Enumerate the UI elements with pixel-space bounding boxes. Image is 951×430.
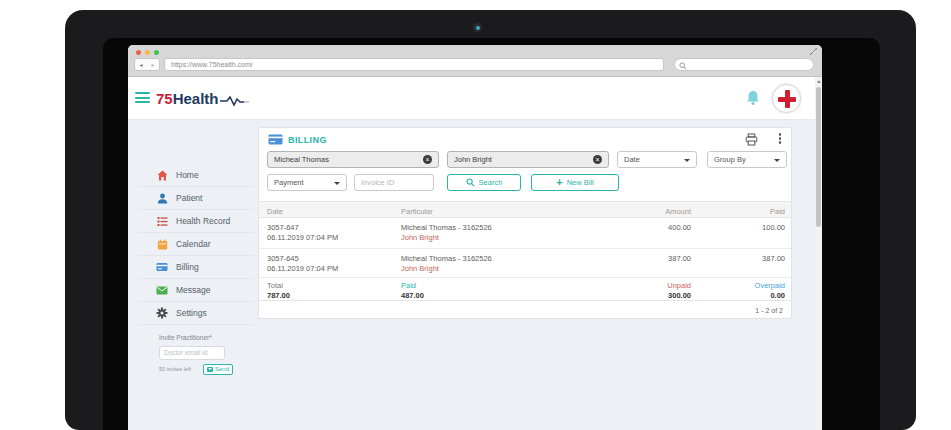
billing-panel-header: BILLING — [259, 128, 791, 151]
monitor-frame: ◂ ▸ https://www.75health.com/ — [65, 10, 916, 430]
sidebar-item-message[interactable]: Message — [138, 279, 254, 302]
col-header-date[interactable]: Date — [267, 207, 387, 216]
plus-icon: + — [556, 176, 562, 188]
notifications-bell-icon[interactable] — [746, 90, 760, 107]
date-select[interactable]: Date — [617, 151, 697, 168]
page: ◂ ▸ https://www.75health.com/ — [0, 0, 951, 430]
overpaid-value: 0.00 — [770, 291, 785, 300]
scrollbar-thumb[interactable] — [816, 87, 821, 227]
clear-patient-icon[interactable]: × — [423, 155, 432, 164]
table-header: Date Particular Amount Paid — [259, 201, 791, 218]
billing-title: BILLING — [288, 135, 327, 145]
sidebar-item-settings[interactable]: Settings — [138, 302, 254, 325]
col-header-amount[interactable]: Amount — [589, 207, 691, 216]
scroll-up-arrow[interactable] — [817, 80, 821, 83]
invoice-datetime: 06.11.2019 07:04 PM — [267, 233, 338, 242]
table-summary-row: Total 787.00 Paid 487.00 Unpaid 300.00 — [259, 278, 791, 301]
sidebar-item-calendar[interactable]: Calendar — [138, 233, 254, 256]
invoice-id-input[interactable] — [354, 174, 434, 191]
user-avatar-red-cross[interactable] — [772, 84, 801, 113]
calendar-icon — [156, 238, 168, 250]
row-doctor: John Bright — [401, 264, 439, 273]
app-logo[interactable]: 75Health — [156, 89, 250, 108]
col-header-paid[interactable]: Paid — [699, 207, 785, 216]
row-particular: Micheal Thomas - 3162526 — [401, 223, 492, 232]
sidebar-item-label: Home — [176, 170, 199, 180]
send-invite-button[interactable]: Send — [203, 364, 233, 375]
row-amount: 387.00 — [589, 254, 691, 264]
search-icon — [679, 62, 687, 70]
health-record-icon — [156, 215, 168, 227]
expand-window-icon[interactable] — [809, 47, 818, 56]
browser-chrome: ◂ ▸ https://www.75health.com/ — [128, 45, 822, 77]
invite-practitioner-label: Invite Practitioner* — [159, 334, 239, 341]
total-value: 787.00 — [267, 291, 290, 300]
row-particular: Micheal Thomas - 3162526 — [401, 254, 492, 263]
address-bar[interactable]: https://www.75health.com/ — [164, 58, 664, 71]
unpaid-value: 300.00 — [668, 291, 691, 300]
doctor-filter-input[interactable] — [447, 151, 609, 168]
clear-doctor-icon[interactable]: × — [593, 155, 602, 164]
minimize-window-dot[interactable] — [145, 50, 150, 55]
sidebar-item-label: Billing — [176, 262, 199, 272]
sidebar-item-patient[interactable]: Patient — [138, 187, 254, 210]
col-header-particular[interactable]: Particular — [401, 207, 581, 216]
row-doctor: John Bright — [401, 233, 439, 242]
print-icon[interactable] — [745, 133, 758, 146]
maximize-window-dot[interactable] — [154, 50, 159, 55]
message-envelope-icon — [156, 284, 168, 296]
logo-prefix: 75 — [156, 90, 173, 107]
browser-scrollbar[interactable] — [815, 77, 822, 430]
browser-search-input[interactable] — [674, 58, 814, 71]
doctor-email-input[interactable] — [159, 346, 225, 360]
paid-value: 487.00 — [401, 291, 424, 300]
row-paid: 100.00 — [699, 223, 785, 233]
filter-row-2: Payment Search + — [259, 174, 793, 192]
close-window-dot[interactable] — [136, 50, 141, 55]
sidebar-item-health-record[interactable]: Health Record — [138, 210, 254, 233]
row-amount: 400.00 — [589, 223, 691, 233]
settings-gear-icon — [156, 307, 168, 319]
invoice-number: 3057-647 — [267, 223, 299, 232]
overpaid-label: Overpaid — [755, 281, 785, 290]
sidebar-item-label: Message — [176, 285, 211, 295]
browser-window: ◂ ▸ https://www.75health.com/ — [128, 45, 822, 430]
total-label: Total — [267, 281, 283, 290]
home-icon — [156, 169, 168, 181]
patient-filter-input[interactable] — [267, 151, 439, 168]
sidebar-item-home[interactable]: Home — [138, 164, 254, 187]
menu-hamburger-icon[interactable] — [135, 92, 150, 104]
invoice-datetime: 06.11.2019 07:04 PM — [267, 264, 338, 273]
back-button[interactable]: ◂ — [139, 61, 142, 68]
search-button[interactable]: Search — [447, 174, 521, 191]
more-options-kebab-icon[interactable] — [775, 133, 785, 146]
row-paid: 387.00 — [699, 254, 785, 264]
browser-nav-buttons: ◂ ▸ — [134, 58, 160, 71]
invite-practitioner-block: Invite Practitioner* 50 invites left Sen… — [159, 334, 239, 375]
filter-row-1: × × Date Group By — [259, 151, 793, 169]
main-content: Home Patient — [128, 120, 822, 430]
invoice-number: 3057-645 — [267, 254, 299, 263]
app-header: 75Health — [128, 77, 822, 120]
sidebar-item-billing[interactable]: Billing — [138, 256, 254, 279]
forward-button[interactable]: ▸ — [151, 61, 154, 68]
sidebar-item-label: Patient — [176, 193, 202, 203]
billing-panel: BILLING × — [258, 127, 792, 319]
red-cross-icon — [778, 97, 796, 102]
table-row[interactable]: 3057-645 06.11.2019 07:04 PM Micheal Tho… — [259, 249, 791, 278]
paid-label: Paid — [401, 281, 416, 290]
heartbeat-pulse-icon — [220, 94, 250, 108]
payment-select[interactable]: Payment — [267, 174, 347, 191]
sidebar: Home Patient — [128, 120, 258, 430]
billing-card-icon — [156, 261, 168, 273]
unpaid-label: Unpaid — [667, 281, 691, 290]
monitor-screen: ◂ ▸ https://www.75health.com/ — [103, 38, 880, 430]
group-by-select[interactable]: Group By — [707, 151, 787, 168]
logo-name: Health — [173, 90, 219, 107]
table-row[interactable]: 3057-647 06.11.2019 07:04 PM Micheal Tho… — [259, 218, 791, 249]
send-envelope-icon — [207, 367, 213, 372]
search-icon — [466, 178, 475, 187]
sidebar-item-label: Health Record — [176, 216, 230, 226]
pagination-text: 1 - 2 of 2 — [755, 307, 783, 314]
new-bill-button[interactable]: + New Bill — [531, 174, 619, 191]
